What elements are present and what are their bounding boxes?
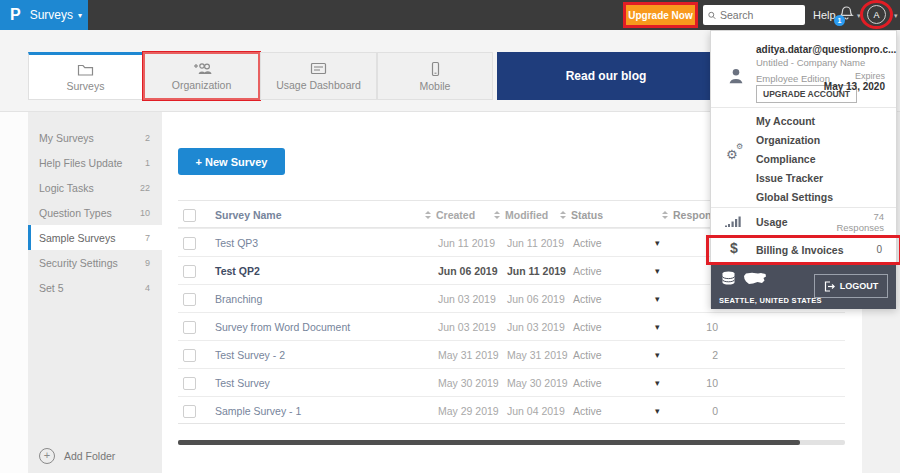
survey-name-link[interactable]: Test Survey - 2 — [215, 341, 285, 369]
brand-area[interactable]: P Surveys ▾ — [0, 0, 88, 30]
sidebar-item-label: Security Settings — [39, 257, 118, 269]
created-date: May 29 2019 — [438, 397, 499, 425]
tab-mobile[interactable]: Mobile — [377, 52, 493, 100]
search-box[interactable] — [703, 5, 805, 25]
sort-icon — [560, 211, 566, 219]
table-row: Test Survey - 2 May 31 2019 May 31 2019 … — [178, 340, 845, 368]
search-input[interactable] — [720, 9, 800, 21]
row-checkbox[interactable] — [183, 349, 196, 362]
sidebar-item-help-files-update[interactable]: Help Files Update 1 — [28, 150, 162, 175]
status-dropdown-caret[interactable]: ▾ — [655, 406, 660, 416]
topbar: P Surveys ▾ Upgrade Now Help 1 ▾ A ▾ — [0, 0, 900, 30]
horizontal-scrollbar-track[interactable] — [178, 440, 845, 445]
account-dropdown-panel: aditya.datar@questionpro.c... Untitled -… — [710, 30, 897, 308]
created-date: Jun 11 2019 — [438, 229, 495, 257]
survey-name-link[interactable]: Survey from Word Document — [215, 313, 350, 341]
sidebar-item-count: 4 — [145, 283, 150, 293]
survey-name-link[interactable]: Test QP3 — [215, 229, 258, 257]
billing-value: 0 — [876, 244, 882, 255]
menu-item-global-settings[interactable]: Global Settings — [756, 187, 833, 206]
modified-date: Jun 06 2019 — [507, 285, 565, 313]
people-add-icon — [192, 61, 212, 76]
expires-label: Expires — [855, 71, 885, 81]
menu-item-billing-invoices[interactable]: $ Billing & Invoices 0 — [711, 236, 896, 264]
new-survey-button[interactable]: + New Survey — [178, 148, 285, 175]
bar-chart-icon — [725, 216, 741, 228]
menu-item-my-account[interactable]: My Account — [756, 111, 815, 130]
modified-date: Jun 11 2019 — [507, 257, 566, 285]
read-our-blog-banner[interactable]: Read our blog — [497, 52, 715, 100]
menu-item-usage[interactable]: Usage 74 Responses — [711, 207, 896, 236]
horizontal-scrollbar-thumb[interactable] — [178, 440, 800, 445]
survey-name-link[interactable]: Test QP2 — [215, 257, 260, 285]
survey-name-link[interactable]: Branching — [215, 285, 262, 313]
row-checkbox[interactable] — [183, 237, 196, 250]
notification-badge: 1 — [834, 15, 845, 26]
row-checkbox[interactable] — [183, 293, 196, 306]
modified-date: Jun 11 2019 — [507, 229, 564, 257]
col-modified[interactable]: Modified — [494, 201, 548, 229]
survey-name-link[interactable]: Sample Survey - 1 — [215, 397, 301, 425]
table-row: Sample Survey - 1 May 29 2019 Jun 04 201… — [178, 396, 845, 424]
status-dropdown-caret[interactable]: ▾ — [655, 322, 660, 332]
tab-usage-dashboard-label: Usage Dashboard — [276, 79, 361, 91]
status-value: Active — [573, 397, 602, 425]
sidebar-item-security-settings[interactable]: Security Settings 9 — [28, 250, 162, 275]
sidebar-item-set-5[interactable]: Set 5 4 — [28, 275, 162, 300]
status-dropdown-caret[interactable]: ▾ — [655, 266, 660, 276]
status-dropdown-caret[interactable]: ▾ — [655, 294, 660, 304]
billing-label: Billing & Invoices — [756, 244, 844, 256]
status-dropdown-caret[interactable]: ▾ — [655, 350, 660, 360]
sidebar-item-sample-surveys[interactable]: Sample Surveys 7 — [28, 225, 162, 250]
sidebar-item-label: Help Files Update — [39, 157, 122, 169]
sidebar-item-logic-tasks[interactable]: Logic Tasks 22 — [28, 175, 162, 200]
sidebar-item-count: 10 — [140, 208, 150, 218]
help-link[interactable]: Help — [813, 9, 836, 21]
modified-date: Jun 04 2019 — [507, 397, 565, 425]
dollar-icon: $ — [730, 240, 738, 256]
status-dropdown-caret[interactable]: ▾ — [655, 238, 660, 248]
status-value: Active — [573, 285, 602, 313]
tab-usage-dashboard[interactable]: Usage Dashboard — [260, 52, 377, 100]
add-folder-button[interactable]: + Add Folder — [39, 448, 115, 464]
menu-item-compliance[interactable]: Compliance — [756, 149, 816, 168]
row-checkbox[interactable] — [183, 321, 196, 334]
sidebar-item-count: 2 — [145, 133, 150, 143]
avatar[interactable]: A — [867, 5, 886, 24]
server-location-label: SEATTLE, UNITED STATES — [719, 296, 822, 305]
upgrade-now-button[interactable]: Upgrade Now — [626, 5, 695, 25]
sidebar-item-count: 1 — [145, 158, 150, 168]
tab-surveys[interactable]: Surveys — [28, 52, 143, 100]
logout-button[interactable]: LOGOUT — [814, 274, 888, 298]
usa-map-icon — [743, 272, 767, 285]
row-checkbox[interactable] — [183, 405, 196, 418]
col-survey-name: Survey Name — [215, 201, 282, 229]
gears-icon: ⚙⚙ — [726, 145, 738, 163]
tab-organization[interactable]: Organization — [143, 52, 260, 100]
account-company: Untitled - Company Name — [756, 57, 865, 68]
sidebar-item-label: Question Types — [39, 207, 112, 219]
chevron-down-icon: ▾ — [78, 11, 82, 20]
menu-item-issue-tracker[interactable]: Issue Tracker — [756, 168, 823, 187]
usage-unit: Responses — [836, 222, 884, 233]
sidebar-item-my-surveys[interactable]: My Surveys 2 — [28, 125, 162, 150]
row-checkbox[interactable] — [183, 377, 196, 390]
logout-label: LOGOUT — [840, 281, 879, 291]
tab-mobile-label: Mobile — [420, 80, 451, 92]
select-all-checkbox[interactable] — [183, 209, 196, 222]
tab-surveys-label: Surveys — [67, 80, 105, 92]
account-email: aditya.datar@questionpro.c... — [756, 44, 896, 55]
notifications-bell[interactable]: 1 — [839, 5, 855, 25]
col-status[interactable]: Status — [560, 201, 603, 229]
survey-name-link[interactable]: Test Survey — [215, 369, 270, 397]
row-checkbox[interactable] — [183, 265, 196, 278]
surveys-nav-label: Surveys — [30, 8, 73, 22]
status-value: Active — [573, 257, 602, 285]
col-created[interactable]: Created — [425, 201, 475, 229]
responses-value: 0 — [677, 397, 718, 425]
status-value: Active — [573, 313, 602, 341]
sidebar-item-question-types[interactable]: Question Types 10 — [28, 200, 162, 225]
menu-item-organization[interactable]: Organization — [756, 130, 820, 149]
expires-date: May 13, 2020 — [824, 81, 885, 92]
status-dropdown-caret[interactable]: ▾ — [655, 378, 660, 388]
